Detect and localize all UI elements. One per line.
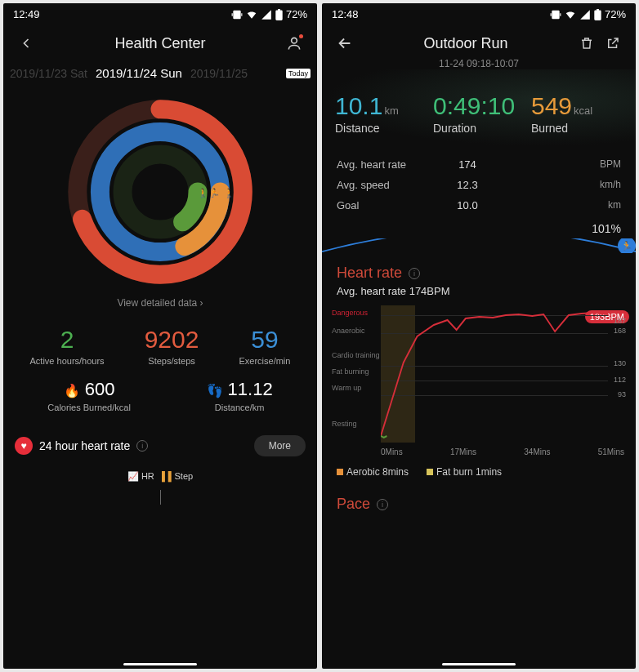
- svg-text:🚶: 🚶: [224, 188, 235, 198]
- heart-icon: ♥: [15, 437, 33, 455]
- run-primary-stats: 10.1km Distance 0:49:10 Duration 549kcal…: [322, 69, 636, 146]
- run-averages: Avg. heart rate 174 BPM Avg. speed 12.3 …: [322, 146, 636, 222]
- goal-percent: 101%: [322, 222, 636, 238]
- metric-exercise[interactable]: 59 Exercise/min: [239, 325, 290, 366]
- delete-icon[interactable]: [577, 33, 597, 53]
- heart-rate-chart[interactable]: 193BPM Dangerous187 Anaerobic168 Cardio …: [332, 305, 626, 444]
- runner-badge-icon: 🏃: [618, 238, 636, 253]
- phone-outdoor-run: 12:48 72% Outdoor Run 11-24 09:18-10:07 …: [322, 3, 636, 669]
- signal-icon: [579, 9, 591, 20]
- status-bar: 12:49 72%: [3, 3, 317, 25]
- avg-speed: Avg. speed 12.3 km/h: [337, 175, 621, 195]
- svg-text:🚶: 🚶: [198, 188, 208, 198]
- metric-calories[interactable]: 🔥600 Calories Burned/kcal: [47, 379, 131, 412]
- share-icon[interactable]: [603, 33, 623, 53]
- metric-steps[interactable]: 9202 Steps/steps: [145, 325, 199, 366]
- home-indicator[interactable]: [123, 663, 197, 665]
- hr-chart-header: Heart rate i: [322, 253, 636, 283]
- hr-24h-section: ♥ 24 hour heart rate i More: [3, 427, 317, 465]
- hr-chart-xaxis: 0Mins17Mins 34Mins51Mins: [322, 444, 636, 461]
- info-icon[interactable]: i: [136, 440, 148, 452]
- status-time: 12:48: [332, 8, 359, 20]
- chevron-right-icon: ›: [200, 297, 203, 309]
- phone-health-center: 12:49 72% Health Center 2019/11/23 Sat 2…: [3, 3, 317, 669]
- chart-tick: [160, 490, 161, 505]
- date-active[interactable]: 2019/11/24 Sun: [96, 66, 182, 80]
- stat-distance: 10.1km Distance: [335, 92, 427, 135]
- notification-dot: [299, 34, 303, 38]
- back-icon[interactable]: [16, 33, 36, 53]
- battery-icon: [594, 9, 601, 20]
- wifi-icon: [246, 9, 257, 20]
- signal-icon: [261, 9, 272, 20]
- avg-heart-rate: Avg. heart rate 174 BPM: [337, 154, 621, 175]
- profile-icon[interactable]: [284, 33, 304, 53]
- hr-tab[interactable]: 📈 HR: [127, 471, 154, 481]
- stat-duration: 0:49:10 Duration: [433, 92, 525, 135]
- back-icon[interactable]: [335, 33, 355, 53]
- pace-header: Pace i: [322, 483, 636, 516]
- goal: Goal 10.0 km: [337, 195, 621, 216]
- info-icon[interactable]: i: [409, 268, 420, 279]
- wifi-icon: [565, 9, 576, 20]
- hr-24h-label: 24 hour heart rate: [39, 439, 130, 452]
- more-button[interactable]: More: [254, 435, 306, 456]
- metric-active-hours[interactable]: 2 Active hours/hours: [30, 325, 105, 366]
- date-next[interactable]: 2019/11/25: [190, 67, 248, 80]
- app-bar: Outdoor Run: [322, 25, 636, 61]
- view-detailed-link[interactable]: View detailed data ›: [3, 292, 317, 322]
- progress-arc: 🏃: [322, 238, 636, 253]
- vibrate-icon: [550, 9, 561, 20]
- status-battery: 72%: [605, 8, 626, 20]
- page-title: Outdoor Run: [355, 35, 577, 52]
- legend-aerobic: Aerobic 8mins: [337, 466, 409, 478]
- app-bar: Health Center: [3, 25, 317, 61]
- hr-legend: Aerobic 8mins Fat burn 1mins: [322, 461, 636, 483]
- secondary-metrics: 🔥600 Calories Burned/kcal 👣11.12 Distanc…: [3, 379, 317, 427]
- mini-chart[interactable]: [15, 485, 306, 510]
- legend-fatburn: Fat burn 1mins: [427, 466, 502, 478]
- metric-distance[interactable]: 👣11.12 Distance/km: [207, 379, 273, 412]
- date-prev[interactable]: 2019/11/23 Sat: [10, 67, 87, 80]
- status-bar: 12:48 72%: [322, 3, 636, 25]
- step-tab[interactable]: ▌▌Step: [162, 471, 193, 481]
- footsteps-icon: 👣: [207, 383, 223, 398]
- chart-tabs[interactable]: 📈 HR ▌▌Step: [3, 465, 317, 485]
- battery-icon: [275, 9, 283, 20]
- status-time: 12:49: [13, 8, 40, 20]
- info-icon[interactable]: i: [377, 499, 388, 510]
- svg-text:🏃: 🏃: [209, 188, 220, 198]
- date-selector[interactable]: 2019/11/23 Sat 2019/11/24 Sun 2019/11/25…: [3, 61, 317, 85]
- page-title: Health Center: [36, 35, 284, 52]
- svg-point-0: [292, 38, 297, 43]
- stat-burned: 549kcal Burned: [531, 92, 623, 135]
- status-battery: 72%: [286, 8, 307, 20]
- today-button[interactable]: Today: [286, 69, 311, 78]
- activity-rings[interactable]: 🚶 🏃 🚶: [3, 85, 317, 292]
- flame-icon: 🔥: [64, 383, 80, 398]
- hr-chart-subtitle: Avg. heart rate 174BPM: [322, 283, 636, 305]
- vibrate-icon: [231, 9, 243, 20]
- home-indicator[interactable]: [442, 663, 516, 665]
- primary-metrics: 2 Active hours/hours 9202 Steps/steps 59…: [3, 322, 317, 379]
